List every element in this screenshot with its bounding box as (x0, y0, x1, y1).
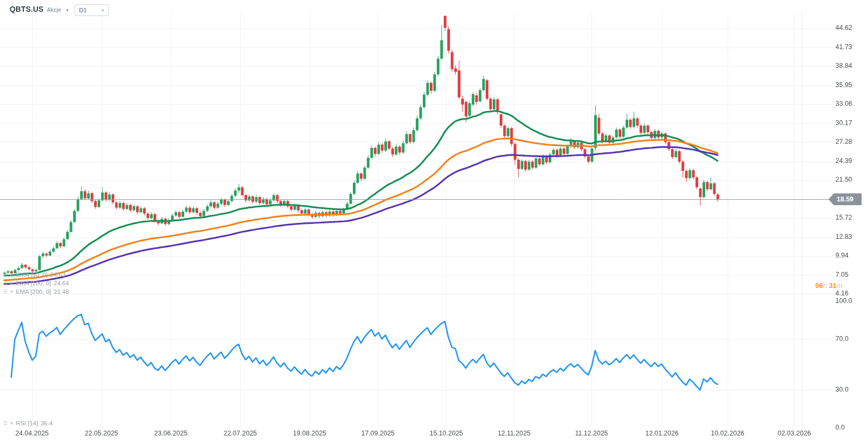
date-tick-label: 10.02.2026 (704, 430, 752, 437)
chevron-down-icon[interactable]: ▼ (65, 8, 69, 13)
countdown-hours: 06 (815, 282, 823, 290)
trading-chart-window: QBTS.US Akcje ▼ D1 ▼ ☰ ✕ EMA [50, 0] 24.… (0, 0, 868, 444)
indicator-settings-icon[interactable]: ☰ (3, 281, 7, 286)
rsi-tick-label: 0.0 (835, 424, 845, 431)
indicator-legend-rsi: ☰ ✕ RSI [14] 36.4 (3, 419, 53, 426)
price-tick-label: 41.73 (835, 43, 852, 51)
chevron-down-icon: ▼ (101, 9, 105, 12)
indicator-value: 21.48 (53, 289, 69, 295)
date-tick-label: 22.05.2025 (77, 430, 125, 437)
price-tick-label: 15.72 (835, 214, 852, 221)
indicator-label: EMA [100, 0] (16, 280, 51, 286)
timeframe-select[interactable]: D1 ▼ (75, 4, 109, 16)
date-tick-label: 23.06.2025 (147, 430, 195, 437)
price-tick-label: 44.62 (835, 24, 852, 32)
indicator-value: 24.63 (50, 271, 66, 278)
indicator-settings-icon[interactable]: ☰ (3, 420, 7, 426)
price-tick-label: 33.06 (835, 100, 852, 107)
countdown-hours-unit: h (823, 282, 827, 290)
price-tick-label: 27.28 (835, 138, 852, 145)
indicator-value: 24.64 (53, 280, 69, 286)
indicator-label: EMA [200, 0] (16, 289, 51, 295)
date-tick-label: 12.11.2025 (490, 430, 538, 437)
timeframe-value: D1 (79, 7, 87, 13)
current-price-value: 18.59 (837, 196, 853, 203)
countdown-minutes-unit: m (837, 282, 842, 290)
indicator-value: 36.4 (41, 420, 52, 426)
indicator-legend-ema200: ☰ ✕ EMA [200, 0] 21.48 (3, 288, 69, 295)
price-tick-label: 12.83 (835, 233, 852, 240)
price-tick-label: 4.16 (835, 290, 848, 297)
date-tick-label: 11.12.2025 (567, 430, 616, 437)
indicator-legend-ema100: ☰ ✕ EMA [100, 0] 24.64 (3, 279, 69, 286)
countdown-minutes: 31 (829, 282, 837, 290)
indicator-remove-icon[interactable]: ✕ (10, 289, 14, 294)
date-tick-label: 19.08.2025 (286, 430, 334, 437)
indicator-label: RSI [14] (16, 420, 38, 426)
date-tick-label: 22.07.2025 (216, 430, 264, 437)
indicator-remove-icon[interactable]: ✕ (10, 281, 14, 286)
date-tick-label: 02.03.2026 (770, 430, 818, 437)
date-tick-label: 12.01.2026 (638, 430, 686, 437)
candle-countdown: 06h 31m (779, 282, 842, 290)
indicator-label: EMA [50, 0] (16, 271, 48, 278)
rsi-tick-label: 100.0 (835, 297, 852, 305)
current-price-badge: 18.59 (828, 193, 862, 205)
rsi-tick-label: 30.0 (835, 386, 848, 393)
instrument-type-label: Akcje (47, 7, 61, 13)
price-tick-label: 30.17 (835, 119, 852, 127)
indicator-remove-icon[interactable]: ✕ (10, 272, 14, 277)
rsi-tick-label: 70.0 (835, 335, 848, 342)
price-tick-label: 7.05 (835, 271, 848, 278)
price-chart-canvas[interactable] (0, 0, 868, 444)
instrument-header: QBTS.US Akcje ▼ (10, 5, 69, 13)
indicator-legend-ema50: ☰ ✕ EMA [50, 0] 24.63 (3, 271, 66, 278)
price-tick-label: 9.94 (835, 252, 848, 259)
date-tick-label: 15.10.2025 (422, 430, 470, 437)
indicator-settings-icon[interactable]: ☰ (3, 289, 7, 294)
price-tick-label: 38.84 (835, 62, 852, 69)
instrument-symbol: QBTS.US (10, 5, 44, 13)
price-tick-label: 21.50 (835, 176, 852, 183)
indicator-remove-icon[interactable]: ✕ (10, 420, 14, 426)
price-tick-label: 24.39 (835, 157, 852, 165)
price-tick-label: 35.95 (835, 81, 852, 89)
indicator-settings-icon[interactable]: ☰ (3, 272, 7, 277)
date-tick-label: 17.09.2025 (354, 430, 402, 437)
date-tick-label: 24.04.2025 (8, 430, 56, 437)
